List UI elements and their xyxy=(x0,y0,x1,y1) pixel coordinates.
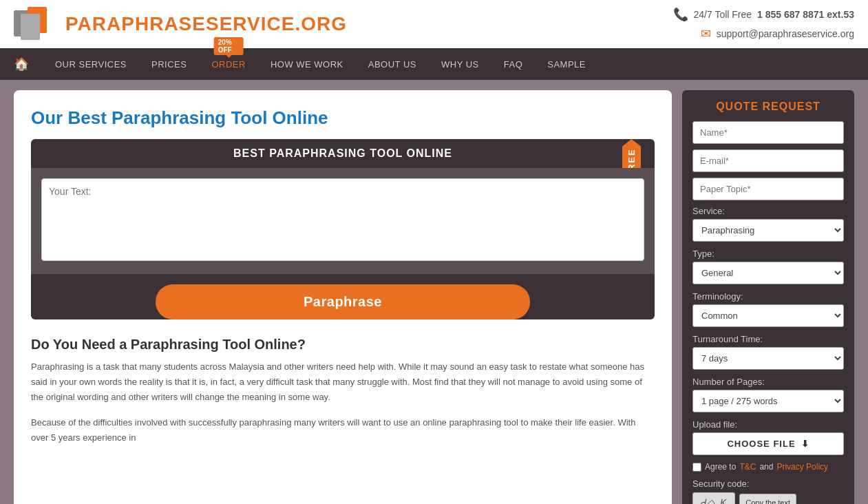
type-label: Type: xyxy=(692,249,844,259)
tool-box-header: BEST PARAPHRASING TOOL ONLINE xyxy=(31,139,655,168)
and-text: and xyxy=(759,462,773,472)
phone-label: 24/7 Toll Free xyxy=(694,9,752,20)
tc-link[interactable]: T&C xyxy=(739,462,756,472)
email-input[interactable] xyxy=(692,149,844,172)
security-label: Security code: xyxy=(692,479,844,489)
svg-rect-2 xyxy=(21,14,40,40)
choose-file-button[interactable]: CHOOSE FILE ⬇ xyxy=(692,432,844,455)
type-select[interactable]: General xyxy=(692,262,844,284)
phone-item: 📞 24/7 Toll Free 1 855 687 8871 ext.53 xyxy=(673,7,854,22)
turnaround-select[interactable]: 7 days xyxy=(692,347,844,370)
order-badge-tag: 20% OFF xyxy=(214,37,244,55)
nav-order-wrapper: 20% OFF ORDER xyxy=(199,50,257,79)
email-address: support@paraphraseservice.org xyxy=(717,28,854,39)
terminology-label: Terminology: xyxy=(692,291,844,302)
agree-row: Agree to T&C and Privacy Policy xyxy=(692,462,844,472)
page-title: Our Best Paraphrasing Tool Online xyxy=(31,107,655,129)
captcha-image: ꓒ◇ K xyxy=(692,492,735,504)
phone-number: 1 855 687 8871 ext.53 xyxy=(757,9,854,20)
security-code-area: ꓒ◇ K Copy the text xyxy=(692,492,844,504)
logo-text: PARAPHRASESERVICE.ORG xyxy=(65,13,347,35)
topic-input[interactable] xyxy=(692,178,844,200)
content-heading: Do You Need a Paraphrasing Tool Online? xyxy=(31,337,655,353)
nav-home-btn[interactable]: 🏠 xyxy=(0,48,43,80)
nav-how-we-work[interactable]: HOW WE WORK xyxy=(258,50,356,79)
main-content: Our Best Paraphrasing Tool Online BEST P… xyxy=(0,80,868,504)
quote-form-panel: QUOTE REQUEST Service: Paraphrasing Type… xyxy=(682,90,854,504)
tool-textarea-area xyxy=(31,168,655,274)
logo-icon xyxy=(14,7,59,41)
logo-tld: .ORG xyxy=(295,13,347,34)
content-paragraph-2: Because of the difficulties involved wit… xyxy=(31,415,655,445)
pages-select[interactable]: 1 page / 275 words xyxy=(692,390,844,412)
nav-faq[interactable]: FAQ xyxy=(491,50,536,79)
logo-area: PARAPHRASESERVICE.ORG xyxy=(14,7,347,41)
pages-label: Number of Pages: xyxy=(692,377,844,387)
nav-prices[interactable]: PRICES xyxy=(139,50,199,79)
name-input[interactable] xyxy=(692,121,844,144)
quote-title: QUOTE REQUEST xyxy=(692,101,844,113)
agree-checkbox[interactable] xyxy=(692,463,701,472)
agree-text: Agree to xyxy=(705,462,736,472)
download-icon: ⬇ xyxy=(801,439,809,449)
contact-info: 📞 24/7 Toll Free 1 855 687 8871 ext.53 ✉… xyxy=(673,7,854,41)
logo-main: PARAPHRASE xyxy=(65,13,206,34)
turnaround-label: Turnaround Time: xyxy=(692,334,844,344)
email-icon: ✉ xyxy=(701,26,711,41)
upload-section: Upload file: CHOOSE FILE ⬇ xyxy=(692,419,844,455)
copy-text-button[interactable]: Copy the text xyxy=(739,494,796,504)
nav-bar: 🏠 OUR SERVICES PRICES 20% OFF ORDER HOW … xyxy=(0,48,868,80)
phone-icon: 📞 xyxy=(673,7,688,22)
content-paragraph-1: Paraphrasing is a task that many student… xyxy=(31,359,655,405)
text-input[interactable] xyxy=(41,178,644,261)
nav-about-us[interactable]: ABOUT US xyxy=(356,50,429,79)
logo-accent: SERVICE xyxy=(206,13,295,34)
terminology-select[interactable]: Common xyxy=(692,304,844,327)
nav-sample[interactable]: SAMPLE xyxy=(535,50,598,79)
paraphrase-button[interactable]: Paraphrase xyxy=(156,284,530,319)
tool-box: BEST PARAPHRASING TOOL ONLINE FREE Parap… xyxy=(31,139,655,319)
email-item: ✉ support@paraphraseservice.org xyxy=(701,26,854,41)
left-panel: Our Best Paraphrasing Tool Online BEST P… xyxy=(14,90,672,504)
privacy-link[interactable]: Privacy Policy xyxy=(776,462,828,472)
nav-our-services[interactable]: OUR SERVICES xyxy=(43,50,139,79)
nav-why-us[interactable]: WHY US xyxy=(429,50,491,79)
service-select[interactable]: Paraphrasing xyxy=(692,219,844,242)
upload-label: Upload file: xyxy=(692,419,844,430)
choose-file-label: CHOOSE FILE xyxy=(727,439,795,449)
service-label: Service: xyxy=(692,206,844,216)
top-bar: PARAPHRASESERVICE.ORG 📞 24/7 Toll Free 1… xyxy=(0,0,868,48)
security-row: Security code: ꓒ◇ K Copy the text xyxy=(692,479,844,504)
